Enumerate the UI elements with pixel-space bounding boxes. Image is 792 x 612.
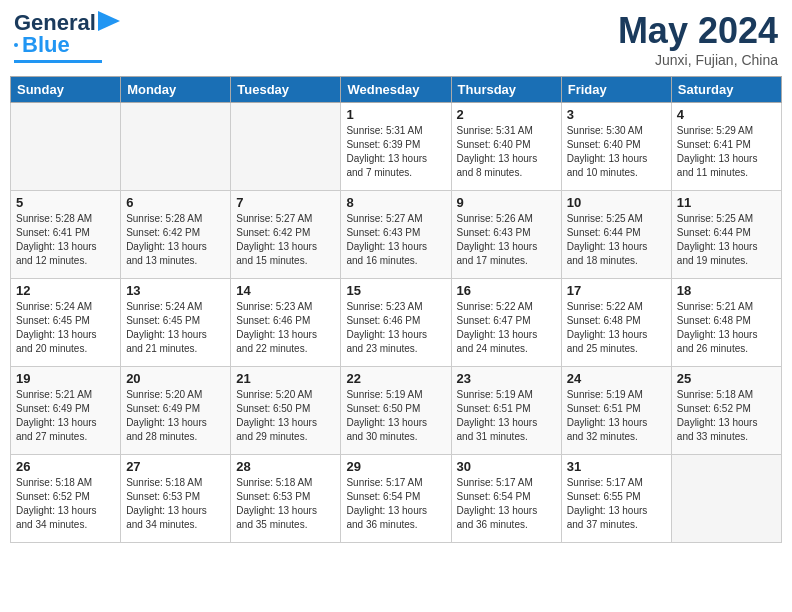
day-number: 18 <box>677 283 776 298</box>
day-info: Sunrise: 5:24 AM Sunset: 6:45 PM Dayligh… <box>126 300 225 356</box>
day-info: Sunrise: 5:18 AM Sunset: 6:53 PM Dayligh… <box>126 476 225 532</box>
calendar-day-cell: 31 Sunrise: 5:17 AM Sunset: 6:55 PM Dayl… <box>561 455 671 543</box>
day-info: Sunrise: 5:20 AM Sunset: 6:50 PM Dayligh… <box>236 388 335 444</box>
day-info: Sunrise: 5:18 AM Sunset: 6:52 PM Dayligh… <box>677 388 776 444</box>
day-info: Sunrise: 5:23 AM Sunset: 6:46 PM Dayligh… <box>346 300 445 356</box>
day-number: 23 <box>457 371 556 386</box>
calendar-day-cell: 24 Sunrise: 5:19 AM Sunset: 6:51 PM Dayl… <box>561 367 671 455</box>
day-info: Sunrise: 5:29 AM Sunset: 6:41 PM Dayligh… <box>677 124 776 180</box>
day-info: Sunrise: 5:23 AM Sunset: 6:46 PM Dayligh… <box>236 300 335 356</box>
day-number: 21 <box>236 371 335 386</box>
calendar-day-cell: 23 Sunrise: 5:19 AM Sunset: 6:51 PM Dayl… <box>451 367 561 455</box>
day-number: 3 <box>567 107 666 122</box>
calendar-day-cell: 26 Sunrise: 5:18 AM Sunset: 6:52 PM Dayl… <box>11 455 121 543</box>
day-info: Sunrise: 5:22 AM Sunset: 6:48 PM Dayligh… <box>567 300 666 356</box>
day-number: 5 <box>16 195 115 210</box>
day-info: Sunrise: 5:19 AM Sunset: 6:50 PM Dayligh… <box>346 388 445 444</box>
day-info: Sunrise: 5:21 AM Sunset: 6:48 PM Dayligh… <box>677 300 776 356</box>
day-info: Sunrise: 5:27 AM Sunset: 6:43 PM Dayligh… <box>346 212 445 268</box>
calendar-day-cell: 16 Sunrise: 5:22 AM Sunset: 6:47 PM Dayl… <box>451 279 561 367</box>
day-info: Sunrise: 5:19 AM Sunset: 6:51 PM Dayligh… <box>457 388 556 444</box>
calendar-day-cell: 11 Sunrise: 5:25 AM Sunset: 6:44 PM Dayl… <box>671 191 781 279</box>
day-number: 2 <box>457 107 556 122</box>
day-number: 13 <box>126 283 225 298</box>
calendar-day-cell: 10 Sunrise: 5:25 AM Sunset: 6:44 PM Dayl… <box>561 191 671 279</box>
day-info: Sunrise: 5:31 AM Sunset: 6:39 PM Dayligh… <box>346 124 445 180</box>
calendar-day-cell: 28 Sunrise: 5:18 AM Sunset: 6:53 PM Dayl… <box>231 455 341 543</box>
day-info: Sunrise: 5:31 AM Sunset: 6:40 PM Dayligh… <box>457 124 556 180</box>
calendar-day-cell: 17 Sunrise: 5:22 AM Sunset: 6:48 PM Dayl… <box>561 279 671 367</box>
calendar-day-cell: 19 Sunrise: 5:21 AM Sunset: 6:49 PM Dayl… <box>11 367 121 455</box>
day-info: Sunrise: 5:28 AM Sunset: 6:42 PM Dayligh… <box>126 212 225 268</box>
calendar-day-cell: 4 Sunrise: 5:29 AM Sunset: 6:41 PM Dayli… <box>671 103 781 191</box>
calendar-day-cell: 3 Sunrise: 5:30 AM Sunset: 6:40 PM Dayli… <box>561 103 671 191</box>
calendar-day-cell: 14 Sunrise: 5:23 AM Sunset: 6:46 PM Dayl… <box>231 279 341 367</box>
month-title: May 2024 <box>618 10 778 52</box>
day-info: Sunrise: 5:18 AM Sunset: 6:52 PM Dayligh… <box>16 476 115 532</box>
day-info: Sunrise: 5:28 AM Sunset: 6:41 PM Dayligh… <box>16 212 115 268</box>
day-number: 16 <box>457 283 556 298</box>
calendar-day-cell: 15 Sunrise: 5:23 AM Sunset: 6:46 PM Dayl… <box>341 279 451 367</box>
calendar-day-cell: 9 Sunrise: 5:26 AM Sunset: 6:43 PM Dayli… <box>451 191 561 279</box>
day-of-week-header: Tuesday <box>231 77 341 103</box>
calendar-day-cell: 2 Sunrise: 5:31 AM Sunset: 6:40 PM Dayli… <box>451 103 561 191</box>
calendar-day-cell: 1 Sunrise: 5:31 AM Sunset: 6:39 PM Dayli… <box>341 103 451 191</box>
day-info: Sunrise: 5:25 AM Sunset: 6:44 PM Dayligh… <box>677 212 776 268</box>
calendar-week-row: 26 Sunrise: 5:18 AM Sunset: 6:52 PM Dayl… <box>11 455 782 543</box>
calendar-day-cell: 30 Sunrise: 5:17 AM Sunset: 6:54 PM Dayl… <box>451 455 561 543</box>
day-info: Sunrise: 5:27 AM Sunset: 6:42 PM Dayligh… <box>236 212 335 268</box>
day-info: Sunrise: 5:30 AM Sunset: 6:40 PM Dayligh… <box>567 124 666 180</box>
title-section: May 2024 Junxi, Fujian, China <box>618 10 778 68</box>
day-number: 11 <box>677 195 776 210</box>
day-number: 28 <box>236 459 335 474</box>
day-info: Sunrise: 5:19 AM Sunset: 6:51 PM Dayligh… <box>567 388 666 444</box>
calendar-day-cell: 21 Sunrise: 5:20 AM Sunset: 6:50 PM Dayl… <box>231 367 341 455</box>
day-number: 7 <box>236 195 335 210</box>
logo-arrow-icon <box>98 11 120 31</box>
logo-underline <box>14 60 102 63</box>
calendar-day-cell <box>231 103 341 191</box>
day-number: 4 <box>677 107 776 122</box>
calendar-day-cell: 12 Sunrise: 5:24 AM Sunset: 6:45 PM Dayl… <box>11 279 121 367</box>
day-number: 9 <box>457 195 556 210</box>
calendar-week-row: 19 Sunrise: 5:21 AM Sunset: 6:49 PM Dayl… <box>11 367 782 455</box>
day-number: 22 <box>346 371 445 386</box>
calendar-week-row: 12 Sunrise: 5:24 AM Sunset: 6:45 PM Dayl… <box>11 279 782 367</box>
day-number: 25 <box>677 371 776 386</box>
day-number: 19 <box>16 371 115 386</box>
day-info: Sunrise: 5:20 AM Sunset: 6:49 PM Dayligh… <box>126 388 225 444</box>
day-number: 24 <box>567 371 666 386</box>
calendar-week-row: 1 Sunrise: 5:31 AM Sunset: 6:39 PM Dayli… <box>11 103 782 191</box>
calendar-day-cell: 5 Sunrise: 5:28 AM Sunset: 6:41 PM Dayli… <box>11 191 121 279</box>
day-of-week-header: Thursday <box>451 77 561 103</box>
calendar-body: 1 Sunrise: 5:31 AM Sunset: 6:39 PM Dayli… <box>11 103 782 543</box>
day-number: 1 <box>346 107 445 122</box>
calendar-day-cell: 27 Sunrise: 5:18 AM Sunset: 6:53 PM Dayl… <box>121 455 231 543</box>
calendar-day-cell <box>671 455 781 543</box>
calendar-day-cell: 29 Sunrise: 5:17 AM Sunset: 6:54 PM Dayl… <box>341 455 451 543</box>
day-number: 29 <box>346 459 445 474</box>
logo: General Blue <box>14 10 120 63</box>
logo-blue: Blue <box>22 32 70 58</box>
calendar-day-cell: 20 Sunrise: 5:20 AM Sunset: 6:49 PM Dayl… <box>121 367 231 455</box>
day-number: 30 <box>457 459 556 474</box>
day-of-week-header: Monday <box>121 77 231 103</box>
calendar-day-cell: 7 Sunrise: 5:27 AM Sunset: 6:42 PM Dayli… <box>231 191 341 279</box>
day-of-week-header: Wednesday <box>341 77 451 103</box>
day-number: 10 <box>567 195 666 210</box>
day-of-week-header: Sunday <box>11 77 121 103</box>
day-info: Sunrise: 5:25 AM Sunset: 6:44 PM Dayligh… <box>567 212 666 268</box>
calendar-day-cell: 18 Sunrise: 5:21 AM Sunset: 6:48 PM Dayl… <box>671 279 781 367</box>
day-number: 8 <box>346 195 445 210</box>
day-info: Sunrise: 5:24 AM Sunset: 6:45 PM Dayligh… <box>16 300 115 356</box>
day-number: 6 <box>126 195 225 210</box>
calendar-day-cell: 8 Sunrise: 5:27 AM Sunset: 6:43 PM Dayli… <box>341 191 451 279</box>
day-info: Sunrise: 5:17 AM Sunset: 6:54 PM Dayligh… <box>346 476 445 532</box>
calendar-table: SundayMondayTuesdayWednesdayThursdayFrid… <box>10 76 782 543</box>
calendar-week-row: 5 Sunrise: 5:28 AM Sunset: 6:41 PM Dayli… <box>11 191 782 279</box>
day-of-week-header: Friday <box>561 77 671 103</box>
day-number: 20 <box>126 371 225 386</box>
day-number: 17 <box>567 283 666 298</box>
day-number: 26 <box>16 459 115 474</box>
day-number: 14 <box>236 283 335 298</box>
